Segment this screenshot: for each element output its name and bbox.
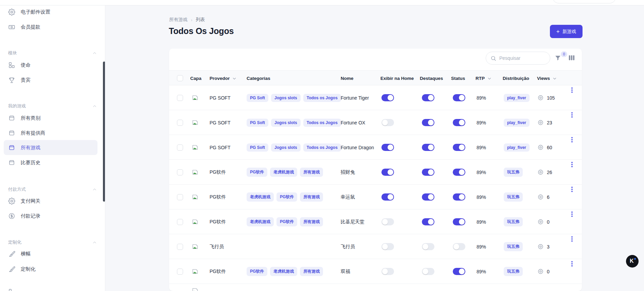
- provider-cell: PG软件: [210, 259, 226, 284]
- destaques-toggle[interactable]: [422, 243, 434, 250]
- archive-icon: [8, 115, 15, 122]
- sidebar-section-header[interactable]: 定制化: [8, 239, 97, 246]
- sidebar-section-header[interactable]: 付款方式: [8, 186, 97, 193]
- status-toggle[interactable]: [453, 193, 465, 201]
- row-checkbox[interactable]: [177, 95, 183, 101]
- sidebar-section-header[interactable]: 模块: [8, 50, 97, 56]
- status-toggle[interactable]: [453, 268, 465, 275]
- trophy-icon: [8, 76, 15, 84]
- row-checkbox[interactable]: [177, 269, 183, 275]
- status-toggle[interactable]: [453, 94, 465, 101]
- distribution-chip: 玩五弗: [504, 267, 523, 276]
- rtp-cell: 89%: [477, 135, 486, 160]
- game-name-cell: Fortune OX: [341, 110, 365, 135]
- exibir-na-home-toggle[interactable]: [381, 193, 394, 201]
- exibir-na-home-toggle[interactable]: [381, 94, 394, 101]
- select-all-checkbox[interactable]: [177, 75, 183, 81]
- sidebar-item-label: 使命: [21, 62, 31, 68]
- row-menu-button[interactable]: [569, 160, 575, 185]
- destaques-toggle[interactable]: [422, 268, 434, 275]
- sidebar-section-header[interactable]: 我的游戏: [8, 103, 97, 109]
- row-checkbox[interactable]: [177, 219, 183, 225]
- sidebar-item[interactable]: 横幅: [4, 246, 97, 261]
- exibir-na-home-toggle[interactable]: [381, 243, 394, 250]
- header-exibir-na-home: Exibir na Home: [380, 71, 414, 86]
- sidebar-item[interactable]: [4, 284, 97, 291]
- archive-icon: [8, 144, 15, 151]
- breadcrumb-link[interactable]: 所有游戏: [169, 17, 187, 23]
- rtp-cell: 89%: [477, 234, 486, 259]
- filter-button[interactable]: [554, 54, 561, 62]
- status-toggle[interactable]: [453, 144, 465, 151]
- views-count: 26: [547, 170, 552, 175]
- header-capa: Capa: [190, 71, 201, 86]
- sidebar-item[interactable]: 比赛历史: [4, 155, 97, 170]
- distribution-chip: play_fiver: [504, 119, 530, 127]
- row-menu-button[interactable]: [569, 135, 575, 160]
- header-provedor[interactable]: Provedor: [210, 71, 237, 86]
- status-toggle[interactable]: [453, 119, 465, 126]
- destaques-toggle[interactable]: [422, 169, 434, 176]
- sidebar-section-label: 我的游戏: [8, 103, 26, 109]
- sidebar-item[interactable]: 电子邮件设置: [4, 5, 97, 19]
- category-chip: 老虎机游戏: [270, 168, 297, 177]
- sidebar-scrollbar-thumb[interactable]: [103, 62, 105, 202]
- exibir-na-home-toggle[interactable]: [381, 218, 394, 225]
- row-checkbox[interactable]: [177, 120, 183, 126]
- header-views[interactable]: Views: [537, 71, 557, 86]
- sidebar-item[interactable]: 所有提供商: [4, 125, 97, 140]
- status-toggle[interactable]: [453, 243, 465, 250]
- row-checkbox[interactable]: [177, 194, 183, 200]
- destaques-toggle[interactable]: [422, 94, 434, 101]
- row-menu-button[interactable]: [569, 234, 575, 259]
- sidebar-item[interactable]: 所有游戏: [4, 140, 97, 155]
- sidebar-section-label: 定制化: [8, 239, 21, 245]
- grid-icon: [8, 288, 15, 291]
- exibir-na-home-toggle[interactable]: [381, 169, 394, 176]
- category-chip: Jogos slots: [271, 94, 301, 102]
- new-game-button[interactable]: + 新游戏: [550, 25, 583, 38]
- exibir-na-home-toggle[interactable]: [381, 119, 394, 126]
- sidebar-item[interactable]: 贵宾: [4, 72, 97, 87]
- status-toggle[interactable]: [453, 169, 465, 176]
- category-chip: 老虎机游戏: [270, 267, 297, 276]
- sidebar-item[interactable]: 使命: [4, 57, 97, 72]
- sidebar-item[interactable]: 所有类别: [4, 110, 97, 125]
- header-destaques: Destaques: [420, 71, 443, 86]
- row-checkbox[interactable]: [177, 244, 183, 250]
- support-fab-button[interactable]: K: [626, 255, 639, 268]
- status-toggle[interactable]: [453, 218, 465, 225]
- sidebar-item[interactable]: 付款记录: [4, 208, 97, 223]
- rtp-cell: 89%: [477, 185, 486, 209]
- views-count: 0: [547, 269, 550, 274]
- navbar-search-input[interactable]: [553, 0, 616, 3]
- search-icon: [490, 55, 496, 61]
- row-menu-button[interactable]: [569, 85, 575, 110]
- row-menu-button[interactable]: [569, 110, 575, 135]
- views-cell: 6: [537, 194, 550, 200]
- destaques-toggle[interactable]: [422, 144, 434, 151]
- row-menu-button[interactable]: [569, 185, 575, 209]
- row-checkbox[interactable]: [177, 144, 183, 151]
- destaques-toggle[interactable]: [422, 193, 434, 201]
- table-row: PG SOFT PG SoftJogos slotsTodos os Jogos…: [169, 85, 582, 110]
- sidebar-item-label: 横幅: [21, 251, 31, 257]
- row-checkbox[interactable]: [177, 169, 183, 175]
- columns-button[interactable]: [568, 54, 575, 61]
- exibir-na-home-toggle[interactable]: [381, 144, 394, 151]
- header-distribuicao: Distribuição: [503, 71, 529, 86]
- category-chip: PG软件: [247, 168, 267, 177]
- row-menu-button[interactable]: [569, 209, 575, 234]
- views-icon: [537, 144, 544, 151]
- sidebar-item[interactable]: 支付网关: [4, 193, 97, 208]
- sidebar-item[interactable]: 定制化: [4, 261, 97, 276]
- search-input[interactable]: [499, 55, 543, 61]
- header-rtp[interactable]: RTP: [476, 71, 492, 86]
- row-menu-button[interactable]: [569, 259, 575, 284]
- exibir-na-home-toggle[interactable]: [381, 268, 394, 275]
- sidebar-item[interactable]: 会员提款: [4, 19, 97, 34]
- category-chip: PG Soft: [247, 143, 268, 152]
- destaques-toggle[interactable]: [422, 218, 434, 225]
- destaques-toggle[interactable]: [422, 119, 434, 126]
- category-chip: 所有游戏: [300, 217, 323, 226]
